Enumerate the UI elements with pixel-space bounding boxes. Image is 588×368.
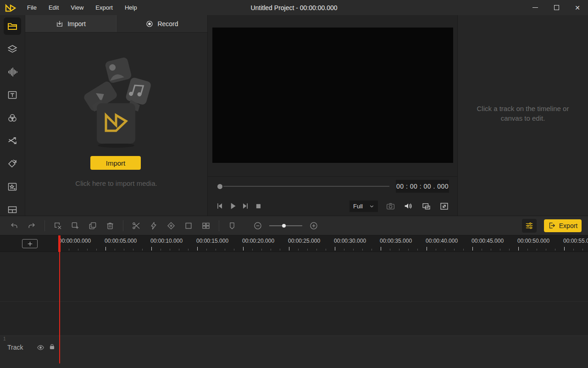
minimize-button[interactable] [525, 0, 546, 15]
split-scissors-icon [132, 221, 141, 230]
undo-button[interactable] [6, 218, 23, 234]
seek-track[interactable] [223, 186, 389, 187]
ruler-tick [225, 249, 225, 251]
menu-help[interactable]: Help [119, 0, 143, 15]
zoom-in-icon [309, 221, 318, 230]
import-illustration[interactable] [75, 52, 157, 153]
preview-panel: 00 : 00 : 00 . 000 [207, 15, 457, 216]
crop-button[interactable] [180, 218, 197, 234]
ruler-label: 00:00:20.000 [242, 238, 274, 244]
preview-zoom-select[interactable]: Full [349, 201, 378, 212]
menu-file[interactable]: File [21, 0, 43, 15]
adjustment-button[interactable] [522, 219, 537, 233]
toolbar-separator [44, 220, 45, 231]
menu-view[interactable]: View [65, 0, 89, 15]
ruler-tick [408, 249, 409, 251]
timeline-empty-row-1[interactable] [0, 252, 588, 302]
ruler-tick [463, 249, 464, 251]
ruler-tick [362, 249, 363, 251]
menu-edit[interactable]: Edit [43, 0, 65, 15]
timeline-zoom-slider[interactable] [269, 222, 302, 229]
ruler-label: 00:00:05.000 [105, 238, 137, 244]
ruler-tick [518, 247, 519, 251]
close-button[interactable]: ✕ [567, 0, 588, 15]
ruler-tick [252, 249, 253, 251]
close-icon: ✕ [575, 5, 580, 11]
duplicate-button[interactable] [84, 218, 101, 234]
trash-button[interactable] [101, 218, 119, 234]
track-index: 1 [3, 336, 6, 341]
ruler-tick [234, 249, 234, 251]
timeline-zoom-in-button[interactable] [305, 218, 322, 234]
ruler-label: 00:00:40.000 [426, 238, 458, 244]
marker-button[interactable] [223, 218, 241, 234]
ruler-tick [298, 249, 299, 251]
fullscreen-button[interactable] [438, 201, 449, 212]
split-screen-tool-button[interactable] [197, 218, 215, 234]
volume-button[interactable] [403, 201, 414, 212]
media-tabbar: Import Record [25, 15, 207, 33]
menu-export[interactable]: Export [89, 0, 119, 15]
track-visibility-toggle[interactable] [37, 344, 44, 351]
ruler-tick [197, 247, 198, 251]
timeline-track-row[interactable]: 1 Track [0, 335, 588, 368]
track-lock-toggle[interactable] [49, 343, 55, 351]
ruler-tick [500, 249, 500, 251]
ruler-tick [353, 249, 354, 251]
timeline-zoom-out-button[interactable] [249, 218, 266, 234]
track-name: Track [7, 344, 23, 351]
redo-icon [27, 221, 36, 230]
export-button[interactable]: Export [544, 219, 582, 232]
ruler-tick [454, 249, 455, 251]
tab-record[interactable]: Record [116, 15, 207, 32]
snapshot-button[interactable] [385, 201, 396, 212]
sidebar-item-media[interactable] [4, 17, 21, 35]
playhead-line [59, 252, 60, 363]
ruler-tick [161, 249, 161, 251]
keyframe-button[interactable] [162, 218, 180, 234]
ruler-label: 00:00:35.000 [380, 238, 412, 244]
quick-split-button[interactable] [145, 218, 162, 234]
sidebar-item-transitions[interactable] [4, 132, 21, 150]
sidebar-item-elements[interactable] [4, 40, 21, 58]
preview-canvas[interactable] [212, 28, 453, 163]
crop-icon [184, 221, 193, 230]
maximize-button[interactable] [546, 0, 567, 15]
sidebar-item-text[interactable] [4, 86, 21, 104]
playhead-handle[interactable] [58, 235, 61, 252]
sidebar-item-effects[interactable] [4, 178, 21, 195]
redo-button[interactable] [23, 218, 40, 234]
copy-icon [71, 221, 80, 230]
sidebar-item-filters[interactable] [4, 109, 21, 127]
tab-import[interactable]: Import [25, 15, 116, 32]
copy-button[interactable] [67, 218, 84, 234]
stop-button[interactable] [253, 201, 264, 212]
stop-icon [254, 201, 263, 211]
ruler-tick [87, 249, 88, 251]
ruler-tick [78, 249, 78, 251]
sidebar-item-behaviors[interactable] [4, 155, 21, 173]
sidebar-item-audio[interactable] [4, 63, 21, 81]
effects-icon [7, 181, 18, 192]
pip-button[interactable] [421, 201, 432, 212]
properties-hint-line1: Click a track on the timeline or [477, 104, 569, 113]
split-button[interactable] [128, 218, 145, 234]
timeline-ruler[interactable]: 00:00:00.00000:00:05.00000:00:10.00000:0… [0, 235, 588, 252]
ruler-tick [307, 249, 308, 251]
import-button[interactable]: Import [90, 156, 141, 170]
seek-handle[interactable] [217, 184, 222, 189]
delete-clip-icon [53, 221, 62, 230]
split-screen-tool-icon [201, 221, 211, 230]
acemovi-app-window: File Edit View Export Help Untitled Proj… [0, 0, 588, 368]
zoom-slider-handle[interactable] [282, 224, 286, 228]
add-track-button[interactable] [22, 239, 38, 248]
play-button[interactable] [227, 201, 238, 212]
sidebar-rail [0, 15, 25, 216]
chevron-down-icon [369, 204, 374, 209]
previous-frame-button[interactable] [214, 201, 225, 212]
timeline-empty-row-2[interactable] [0, 302, 588, 335]
delete-clip-button[interactable] [49, 218, 67, 234]
ruler-tick [417, 249, 418, 251]
ruler-tick [151, 247, 152, 251]
next-frame-button[interactable] [240, 201, 251, 212]
